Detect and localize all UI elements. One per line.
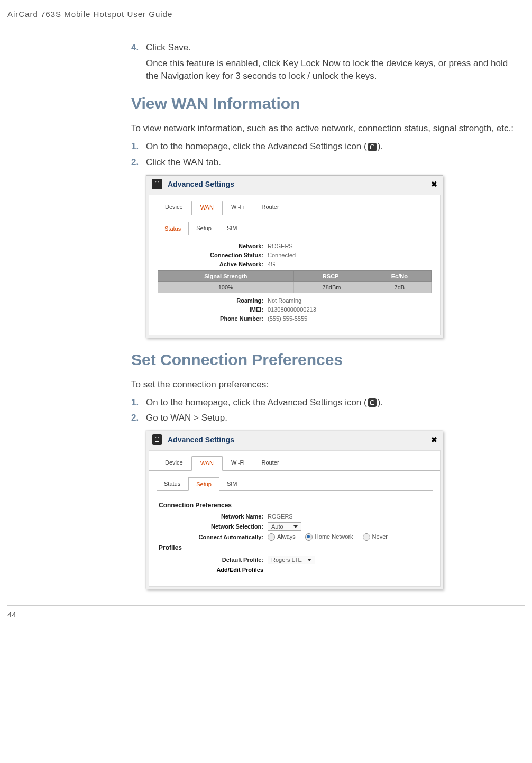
- intro-set-conn: To set the connection preferences:: [131, 378, 519, 391]
- vw-step-2: 2. Click the WAN tab.: [131, 156, 519, 169]
- subtab-status[interactable]: Status: [157, 477, 188, 490]
- radio-icon: [305, 533, 313, 541]
- net-name-value: ROGERS: [268, 513, 293, 520]
- step-text-a: On to the homepage, click the Advanced S…: [146, 397, 367, 407]
- radio-icon: [363, 533, 370, 541]
- step-text-a: On to the homepage, click the Advanced S…: [146, 141, 367, 151]
- net-sel-value: Auto: [271, 523, 283, 530]
- roaming-label: Roaming:: [158, 297, 268, 304]
- radio-icon: [268, 533, 275, 541]
- td-rscp: -78dBm: [293, 281, 368, 293]
- intro-view-wan: To view network information, such as the…: [131, 122, 519, 135]
- adv-settings-icon: [368, 143, 377, 151]
- phone-value: (555) 555-5555: [268, 315, 307, 322]
- net-sel-label: Network Selection:: [158, 523, 268, 530]
- dialog-title: Advanced Settings: [168, 180, 431, 188]
- phone-label: Phone Number:: [158, 315, 268, 322]
- radio-home-network[interactable]: Home Network: [305, 533, 353, 541]
- screenshot-wan-setup: Advanced Settings ✖ Device WAN Wi-Fi Rou…: [146, 431, 443, 589]
- def-profile-label: Default Profile:: [158, 557, 268, 563]
- subtab-sim[interactable]: SIM: [219, 477, 245, 490]
- active-network-value: 4G: [268, 261, 276, 267]
- step-number: 4.: [131, 41, 146, 54]
- sub-tabs: Status Setup SIM: [157, 222, 433, 235]
- tab-router[interactable]: Router: [253, 201, 288, 215]
- net-name-label: Network Name:: [158, 513, 268, 520]
- network-label: Network:: [158, 243, 268, 249]
- step-text: Click the WAN tab.: [146, 156, 519, 169]
- step-number: 1.: [131, 140, 146, 153]
- tab-wan[interactable]: WAN: [191, 456, 223, 471]
- adv-settings-icon: [368, 398, 377, 407]
- step-text: Click Save.: [146, 41, 519, 54]
- step-text-b: ).: [378, 397, 383, 407]
- main-content: 4. Click Save. Once this feature is enab…: [131, 41, 519, 589]
- conn-status-value: Connected: [268, 252, 296, 258]
- th-rscp: RSCP: [293, 270, 368, 281]
- conn-auto-radios: Always Home Network Never: [268, 533, 388, 541]
- dialog-title: Advanced Settings: [168, 435, 431, 444]
- tab-wifi[interactable]: Wi-Fi: [223, 456, 253, 470]
- conn-pref-heading: Connection Preferences: [159, 502, 432, 509]
- subtab-sim[interactable]: SIM: [219, 222, 245, 235]
- step-followup: Once this feature is enabled, click Key …: [146, 57, 519, 83]
- imei-label: IMEI:: [158, 306, 268, 313]
- radio-never[interactable]: Never: [363, 533, 388, 541]
- step-text: Go to WAN > Setup.: [146, 412, 519, 424]
- conn-status-label: Connection Status:: [158, 252, 268, 258]
- profiles-heading: Profiles: [159, 544, 432, 551]
- def-profile-value: Rogers LTE: [271, 557, 302, 563]
- main-tabs: Device WAN Wi-Fi Router: [149, 195, 440, 215]
- td-signal-strength: 100%: [158, 281, 294, 293]
- subtab-status[interactable]: Status: [157, 222, 189, 235]
- roaming-value: Not Roaming: [268, 297, 301, 304]
- adv-settings-icon: [152, 434, 162, 445]
- td-ecno: 7dB: [368, 281, 431, 293]
- running-header: AirCard 763S Mobile Hotspot User Guide: [7, 10, 525, 26]
- sub-tabs: Status Setup SIM: [157, 477, 433, 491]
- close-icon[interactable]: ✖: [431, 435, 437, 444]
- close-icon[interactable]: ✖: [431, 180, 437, 188]
- subtab-setup[interactable]: Setup: [188, 477, 219, 491]
- step-text-b: ).: [378, 141, 383, 151]
- step-number: 2.: [131, 412, 146, 424]
- chevron-down-icon: [307, 559, 311, 561]
- heading-view-wan: View WAN Information: [131, 95, 519, 113]
- th-ecno: Ec/No: [368, 270, 431, 281]
- conn-auto-label: Connect Automatically:: [158, 534, 268, 540]
- vw-step-1: 1. On to the homepage, click the Advance…: [131, 140, 519, 153]
- page-number: 44: [7, 605, 525, 619]
- tab-router[interactable]: Router: [253, 456, 288, 470]
- imei-value: 013080000000213: [268, 306, 316, 313]
- radio-label: Never: [372, 533, 388, 540]
- step-4: 4. Click Save.: [131, 41, 519, 54]
- screenshot-wan-status: Advanced Settings ✖ Device WAN Wi-Fi Rou…: [146, 175, 443, 338]
- step-number: 1.: [131, 396, 146, 409]
- radio-label: Always: [277, 533, 296, 540]
- edit-profiles-link[interactable]: Add/Edit Profiles: [216, 567, 263, 573]
- step-number: 2.: [131, 156, 146, 169]
- main-tabs: Device WAN Wi-Fi Router: [149, 451, 440, 471]
- tab-wifi[interactable]: Wi-Fi: [223, 201, 253, 215]
- active-network-label: Active Network:: [158, 261, 268, 267]
- th-signal-strength: Signal Strength: [158, 270, 294, 281]
- sc-step-2: 2. Go to WAN > Setup.: [131, 412, 519, 424]
- radio-always[interactable]: Always: [268, 533, 296, 541]
- network-value: ROGERS: [268, 243, 293, 249]
- step-text: On to the homepage, click the Advanced S…: [146, 396, 519, 409]
- tab-device[interactable]: Device: [157, 456, 191, 470]
- tab-device[interactable]: Device: [157, 201, 191, 215]
- def-profile-dropdown[interactable]: Rogers LTE: [268, 556, 315, 564]
- subtab-setup[interactable]: Setup: [189, 222, 219, 235]
- signal-table: Signal Strength RSCP Ec/No 100% -78dBm 7…: [158, 270, 432, 293]
- radio-label: Home Network: [315, 533, 353, 540]
- tab-wan[interactable]: WAN: [191, 201, 223, 215]
- net-sel-dropdown[interactable]: Auto: [268, 522, 301, 531]
- heading-set-conn: Set Connection Preferences: [131, 351, 519, 369]
- chevron-down-icon: [293, 525, 298, 528]
- sc-step-1: 1. On to the homepage, click the Advance…: [131, 396, 519, 409]
- step-text: On to the homepage, click the Advanced S…: [146, 140, 519, 153]
- adv-settings-icon: [152, 179, 162, 189]
